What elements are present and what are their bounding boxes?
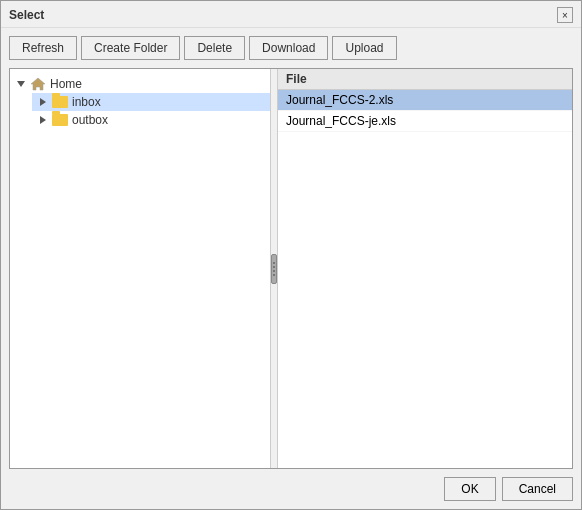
inbox-folder-icon (52, 96, 68, 108)
tree-panel: Home inbox outbox (10, 69, 270, 468)
select-dialog: Select × Refresh Create Folder Delete Do… (0, 0, 582, 510)
outbox-label: outbox (72, 113, 108, 127)
file-row-1[interactable]: Journal_FCCS-je.xls (278, 111, 572, 132)
home-expand-icon[interactable] (14, 77, 28, 91)
file-name-1: Journal_FCCS-je.xls (286, 114, 396, 128)
chevron-right-icon (40, 98, 46, 106)
delete-button[interactable]: Delete (184, 36, 245, 60)
inbox-expand-icon[interactable] (36, 95, 50, 109)
refresh-button[interactable]: Refresh (9, 36, 77, 60)
dialog-title: Select (9, 8, 44, 22)
tree-item-inbox[interactable]: inbox (32, 93, 270, 111)
inbox-label: inbox (72, 95, 101, 109)
file-row-0[interactable]: Journal_FCCS-2.xls (278, 90, 572, 111)
bottom-bar: OK Cancel (1, 469, 581, 509)
chevron-right-icon-2 (40, 116, 46, 124)
ok-button[interactable]: OK (444, 477, 495, 501)
toolbar: Refresh Create Folder Delete Download Up… (1, 28, 581, 68)
cancel-button[interactable]: Cancel (502, 477, 573, 501)
create-folder-button[interactable]: Create Folder (81, 36, 180, 60)
svg-marker-0 (31, 78, 45, 90)
upload-button[interactable]: Upload (332, 36, 396, 60)
splitter-dots (273, 262, 275, 276)
main-content: Home inbox outbox (9, 68, 573, 469)
outbox-folder-icon (52, 114, 68, 126)
tree-home-item[interactable]: Home (10, 73, 270, 93)
outbox-expand-icon[interactable] (36, 113, 50, 127)
file-name-0: Journal_FCCS-2.xls (286, 93, 393, 107)
panel-splitter[interactable] (270, 69, 278, 468)
home-icon (30, 77, 46, 91)
home-label: Home (50, 77, 82, 91)
download-button[interactable]: Download (249, 36, 328, 60)
chevron-down-icon (17, 81, 25, 87)
file-panel: File Journal_FCCS-2.xls Journal_FCCS-je.… (278, 69, 572, 468)
file-column-header: File (278, 69, 572, 90)
close-button[interactable]: × (557, 7, 573, 23)
splitter-handle (271, 254, 277, 284)
title-bar: Select × (1, 1, 581, 28)
tree-item-outbox[interactable]: outbox (32, 111, 270, 129)
